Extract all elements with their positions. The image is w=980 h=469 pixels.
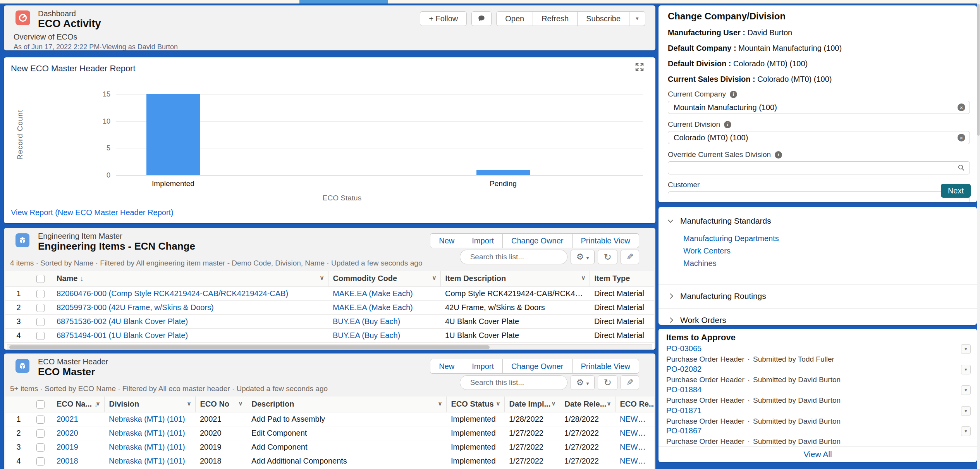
feed-button[interactable] (471, 11, 492, 26)
list-settings-button[interactable] (571, 250, 595, 264)
division-link[interactable]: Nebraska (MT1) (101) (109, 443, 185, 451)
column-header-eco-revision[interactable]: ECO Re... (615, 397, 654, 412)
bar-implemented[interactable] (146, 94, 200, 175)
link-machines[interactable]: Machines (683, 259, 977, 268)
commodity-code-link[interactable]: MAKE.EA (Make Each) (333, 303, 413, 312)
column-menu-icon[interactable] (239, 400, 243, 407)
row-checkbox[interactable] (36, 290, 45, 298)
column-menu-icon[interactable] (96, 400, 100, 407)
division-link[interactable]: Nebraska (MT1) (101) (109, 429, 185, 437)
change-owner-button[interactable]: Change Owner (503, 359, 573, 374)
new-button[interactable]: New (430, 233, 463, 248)
clear-icon[interactable] (958, 103, 965, 111)
eco-revision-link[interactable]: NEWDEV (620, 457, 654, 465)
horizontal-scrollbar-thumb[interactable] (9, 345, 490, 349)
row-checkbox[interactable] (36, 443, 45, 452)
eco-name-link[interactable]: 20021 (57, 415, 78, 423)
column-menu-icon[interactable] (438, 400, 442, 407)
row-checkbox[interactable] (36, 416, 45, 424)
current-company-field[interactable] (668, 101, 970, 114)
view-report-link[interactable]: View Report (New ECO Master Header Repor… (11, 208, 174, 217)
vertical-scrollbar[interactable] (977, 0, 980, 469)
bar-pending[interactable] (476, 170, 530, 175)
section-manufacturing-standards[interactable]: Manufacturing Standards (658, 216, 977, 226)
column-header-item-description[interactable]: Item Description (440, 271, 590, 286)
printable-view-button[interactable]: Printable View (573, 359, 639, 374)
row-checkbox[interactable] (36, 318, 45, 326)
column-menu-icon[interactable] (552, 400, 556, 407)
horizontal-scrollbar[interactable] (7, 344, 652, 350)
list-search[interactable] (460, 250, 567, 264)
column-header-division[interactable]: Division (104, 397, 195, 412)
search-icon[interactable] (958, 164, 965, 172)
info-icon[interactable] (724, 121, 731, 128)
division-link[interactable]: Nebraska (MT1) (101) (109, 457, 185, 465)
link-work-centers[interactable]: Work Centers (683, 247, 977, 255)
row-checkbox[interactable] (36, 332, 45, 340)
import-button[interactable]: Import (463, 233, 503, 248)
search-input[interactable] (470, 378, 565, 387)
more-actions-button[interactable] (629, 11, 645, 26)
column-header-description[interactable]: Description (247, 397, 446, 412)
override-sales-division-field[interactable] (668, 161, 970, 174)
list-settings-button[interactable] (571, 375, 595, 390)
link-manufacturing-departments[interactable]: Manufacturing Departments (683, 234, 977, 243)
division-link[interactable]: Nebraska (MT1) (101) (109, 415, 185, 423)
column-menu-icon[interactable] (320, 274, 324, 281)
row-actions-button[interactable] (961, 385, 971, 395)
commodity-code-link[interactable]: BUY.EA (Buy Each) (333, 331, 400, 340)
list-edit-button[interactable] (621, 375, 639, 390)
column-header-date-implemented[interactable]: Date Impl... (504, 397, 560, 412)
open-button[interactable]: Open (496, 11, 533, 26)
column-menu-icon[interactable] (607, 400, 611, 407)
eco-revision-link[interactable]: NEWDEV (620, 443, 654, 451)
po-link[interactable]: PO-02082 (666, 365, 701, 373)
column-header-commodity-code[interactable]: Commodity Code (328, 271, 440, 286)
import-button[interactable]: Import (463, 359, 503, 374)
follow-button[interactable]: + Follow (420, 11, 467, 26)
eco-name-link[interactable]: 20018 (57, 457, 78, 465)
select-all-checkbox[interactable] (36, 400, 45, 409)
column-menu-icon[interactable] (496, 400, 500, 407)
row-checkbox[interactable] (36, 429, 45, 438)
view-all-link[interactable]: View All (658, 450, 977, 459)
column-menu-icon[interactable] (187, 400, 191, 407)
row-actions-button[interactable] (961, 426, 971, 436)
column-header-item-type[interactable]: Item Type (590, 271, 654, 286)
current-division-field[interactable] (668, 131, 970, 144)
search-input[interactable] (470, 253, 565, 261)
info-icon[interactable] (775, 151, 782, 159)
select-all-checkbox[interactable] (36, 275, 45, 283)
list-edit-button[interactable] (621, 250, 639, 264)
printable-view-button[interactable]: Printable View (573, 233, 639, 248)
new-button[interactable]: New (430, 359, 463, 374)
item-name-link[interactable]: 68751494-001 (1U Blank Cover Plate) (57, 331, 188, 340)
column-menu-icon[interactable] (581, 274, 586, 281)
list-refresh-button[interactable] (598, 250, 617, 264)
customer-field[interactable] (668, 191, 970, 202)
refresh-button[interactable]: Refresh (533, 11, 578, 26)
po-link[interactable]: PO-03065 (666, 344, 701, 353)
eco-name-link[interactable]: 20019 (57, 443, 78, 451)
column-header-name[interactable]: Name (52, 271, 328, 286)
expand-icon[interactable] (634, 62, 645, 73)
column-header-eco-status[interactable]: ECO Status (446, 397, 504, 412)
column-header-eco-no[interactable]: ECO No (195, 397, 247, 412)
clear-icon[interactable] (958, 134, 965, 141)
info-icon[interactable] (730, 91, 737, 98)
list-search[interactable] (460, 375, 567, 390)
row-checkbox[interactable] (36, 304, 45, 312)
row-actions-button[interactable] (961, 344, 971, 354)
eco-name-link[interactable]: 20020 (57, 429, 78, 437)
commodity-code-link[interactable]: MAKE.EA (Make Each) (333, 289, 413, 298)
item-name-link[interactable]: 68751536-002 (4U Blank Cover Plate) (57, 317, 188, 326)
column-header-date-released[interactable]: Date Rele... (560, 397, 615, 412)
change-owner-button[interactable]: Change Owner (503, 233, 573, 248)
next-button[interactable]: Next (941, 184, 971, 198)
section-manufacturing-routings[interactable]: Manufacturing Routings (658, 291, 977, 301)
column-menu-icon[interactable] (432, 274, 437, 281)
po-link[interactable]: PO-01867 (666, 426, 701, 435)
commodity-code-link[interactable]: BUY.EA (Buy Each) (333, 317, 400, 326)
item-name-link[interactable]: 82059973-000 (42U Frame, w/Skins & Doors… (57, 303, 214, 312)
eco-revision-link[interactable]: NEWDEV (620, 415, 654, 423)
